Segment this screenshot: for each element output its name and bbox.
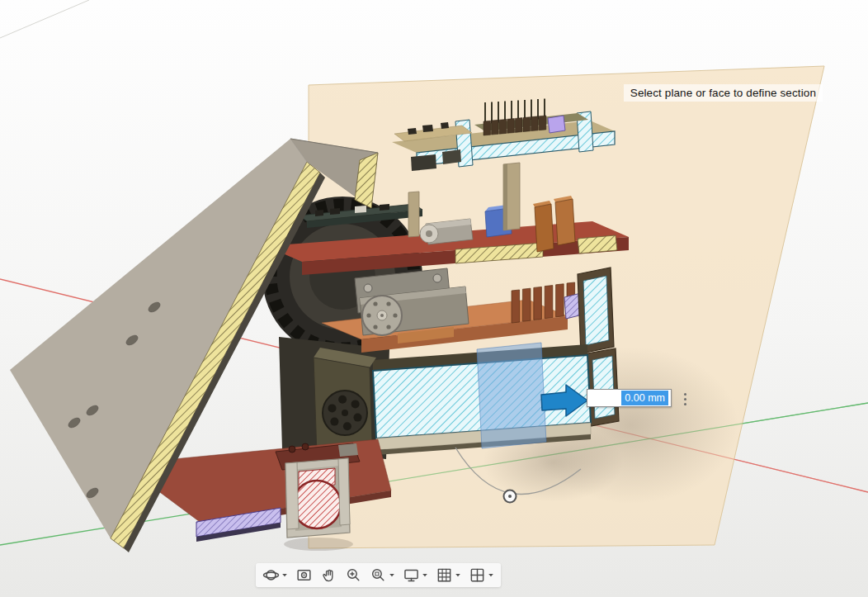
purple-component xyxy=(548,116,565,133)
status-hint: Select plane or face to define section xyxy=(624,84,823,102)
viewports-icon xyxy=(469,566,486,584)
section-offset-input[interactable]: 0.00 mm xyxy=(587,389,672,407)
pan-icon xyxy=(320,566,337,584)
zoom-button[interactable] xyxy=(343,566,364,585)
dropdown-caret-icon[interactable] xyxy=(488,571,494,579)
look-at-icon xyxy=(295,566,313,584)
more-options-menu-button[interactable] xyxy=(677,388,693,410)
grid-and-snaps-button[interactable] xyxy=(434,566,463,585)
copper-bracket-2[interactable] xyxy=(555,199,575,245)
fit-icon xyxy=(370,566,387,584)
caster-ball-section xyxy=(293,481,341,528)
section-origin-marker[interactable] xyxy=(504,490,517,503)
kebab-dot xyxy=(684,403,686,405)
fit-button[interactable] xyxy=(368,566,397,585)
dropdown-caret-icon[interactable] xyxy=(389,571,395,579)
orbit-icon xyxy=(262,566,280,584)
dropdown-caret-icon[interactable] xyxy=(455,571,461,579)
dropdown-caret-icon[interactable] xyxy=(281,571,288,579)
zoom-icon xyxy=(345,566,362,584)
look-at-button[interactable] xyxy=(294,566,314,585)
viewport-background: { "viewport": { "hint_text": "Select pla… xyxy=(0,0,868,597)
grid-edge-line xyxy=(0,0,89,38)
dropdown-caret-icon[interactable] xyxy=(422,571,428,579)
kebab-dot xyxy=(684,393,686,396)
section-preview-slice[interactable] xyxy=(477,343,546,448)
copper-bracket-1[interactable] xyxy=(535,204,554,252)
section-offset-value[interactable]: 0.00 mm xyxy=(621,391,668,405)
standoff-post-2 xyxy=(408,192,419,237)
display-settings-icon xyxy=(403,566,420,584)
kebab-dot xyxy=(684,398,686,400)
viewports-button[interactable] xyxy=(467,566,496,585)
grid-and-snaps-icon xyxy=(436,566,453,584)
navigation-toolbar xyxy=(256,563,501,587)
orbit-button[interactable] xyxy=(261,566,290,585)
display-settings-button[interactable] xyxy=(401,566,430,585)
pan-button[interactable] xyxy=(318,566,339,585)
